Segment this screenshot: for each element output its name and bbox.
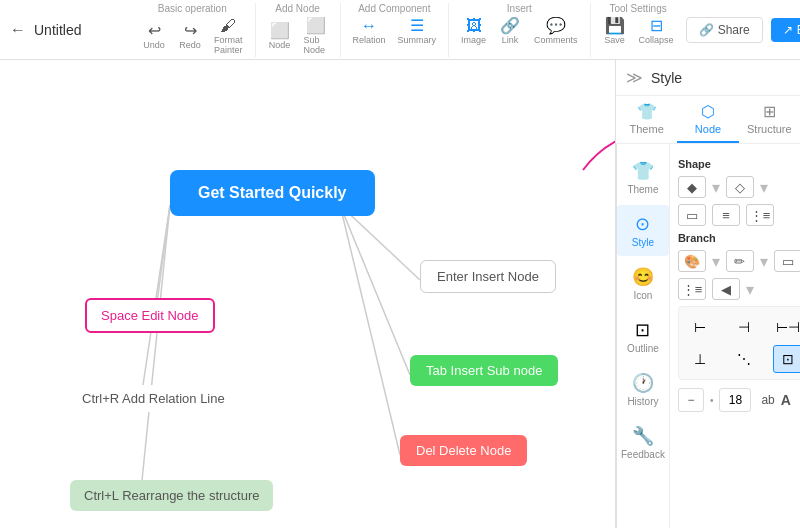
right-node-1-text: Enter Insert Node bbox=[437, 269, 539, 284]
right-node-2[interactable]: Tab Insert Sub node bbox=[410, 355, 558, 386]
comments-button[interactable]: 💬 Comments bbox=[530, 16, 582, 47]
group-label-component: Add Component bbox=[358, 3, 430, 14]
branch-dot-1: ▾ bbox=[712, 252, 720, 271]
document-title[interactable]: Untitled bbox=[34, 22, 81, 38]
mindmap[interactable]: Get Started Quickly Enter Insert Node Ta… bbox=[0, 60, 615, 528]
structure-tab-label: Structure bbox=[747, 123, 792, 135]
image-icon: 🖼 bbox=[466, 18, 482, 34]
left-node-1[interactable]: Space Edit Node bbox=[85, 298, 215, 333]
undo-button[interactable]: ↩ Undo bbox=[138, 21, 170, 52]
history-side-icon: 🕐 bbox=[632, 372, 654, 394]
redo-label: Redo bbox=[179, 40, 201, 50]
left-node-3[interactable]: Ctrl+L Rearrange the structure bbox=[70, 480, 273, 511]
collapse-button[interactable]: ⊟ Collapse bbox=[635, 16, 678, 47]
font-icon: A bbox=[781, 392, 791, 408]
shape-fill-btn[interactable]: ◆ bbox=[678, 176, 706, 198]
branch-row-2: ⋮≡ ◀ ▾ bbox=[678, 278, 800, 300]
branch-pen-btn[interactable]: ✏ bbox=[726, 250, 754, 272]
export-button[interactable]: ↗ Export bbox=[771, 18, 800, 42]
shape-section-title: Shape bbox=[678, 158, 800, 170]
svg-line-2 bbox=[340, 205, 400, 455]
center-node-text: Get Started Quickly bbox=[198, 184, 347, 202]
side-item-feedback[interactable]: 🔧 Feedback bbox=[617, 417, 669, 468]
branch-layout-5[interactable]: ⊥ bbox=[685, 345, 715, 373]
back-button[interactable]: ← bbox=[10, 21, 26, 39]
save-button[interactable]: 💾 Save bbox=[599, 16, 631, 47]
shape-align-btn[interactable]: ⋮≡ bbox=[746, 204, 774, 226]
toolbar-group-component: Add Component ↔ Relation ☰ Summary bbox=[341, 3, 450, 57]
toolbar-left: ← Untitled bbox=[10, 21, 130, 39]
save-label: Save bbox=[604, 35, 625, 45]
tab-theme[interactable]: 👕 Theme bbox=[616, 96, 677, 143]
shape-row-1: ◆ ▾ ◇ ▾ bbox=[678, 176, 800, 198]
side-item-outline[interactable]: ⊡ Outline bbox=[617, 311, 669, 362]
svg-line-0 bbox=[340, 205, 420, 280]
branch-layout-7[interactable]: ⊡ bbox=[773, 345, 800, 373]
canvas-area: Get Started Quickly Enter Insert Node Ta… bbox=[0, 60, 800, 528]
left-node-1-text: Space Edit Node bbox=[101, 308, 199, 323]
svg-line-1 bbox=[340, 205, 410, 375]
branch-layout-1[interactable]: ⊢ bbox=[685, 313, 715, 341]
branch-layout-6[interactable]: ⋱ bbox=[729, 345, 759, 373]
font-size-input[interactable] bbox=[719, 388, 751, 412]
link-button[interactable]: 🔗 Link bbox=[494, 16, 526, 47]
relation-label: Relation bbox=[353, 35, 386, 45]
undo-icon: ↩ bbox=[148, 23, 161, 39]
save-icon: 💾 bbox=[605, 18, 625, 34]
theme-tab-label: Theme bbox=[630, 123, 664, 135]
group-items-insert: 🖼 Image 🔗 Link 💬 Comments bbox=[457, 16, 582, 47]
branch-color-btn[interactable]: 🎨 bbox=[678, 250, 706, 272]
side-item-style[interactable]: ⊙ Style bbox=[617, 205, 669, 256]
right-node-2-text: Tab Insert Sub node bbox=[426, 363, 542, 378]
font-row: − • ab A bbox=[678, 388, 800, 412]
redo-button[interactable]: ↪ Redo bbox=[174, 21, 206, 52]
panel-expand-button[interactable]: ≫ bbox=[626, 68, 643, 87]
branch-row-1: 🎨 ▾ ✏ ▾ ▭ ▾ ≡ ▾ bbox=[678, 250, 800, 272]
summary-button[interactable]: ☰ Summary bbox=[394, 16, 441, 47]
branch-arrow-left-btn[interactable]: ◀ bbox=[712, 278, 740, 300]
link-icon: 🔗 bbox=[500, 18, 520, 34]
font-decrease-btn[interactable]: − bbox=[678, 388, 704, 412]
group-items-addnode: ⬜ Node ⬜ Sub Node bbox=[264, 16, 332, 57]
shape-outline-btn[interactable]: ◇ bbox=[726, 176, 754, 198]
side-item-theme[interactable]: 👕 Theme bbox=[617, 152, 669, 203]
format-painter-button[interactable]: 🖌 Format Painter bbox=[210, 16, 247, 57]
shape-lines-btn[interactable]: ≡ bbox=[712, 204, 740, 226]
group-items-basic: ↩ Undo ↪ Redo 🖌 Format Painter bbox=[138, 16, 247, 57]
branch-dot-5: ▾ bbox=[746, 280, 754, 299]
branch-align-left-btn[interactable]: ⋮≡ bbox=[678, 278, 706, 300]
left-node-2-text: Ctrl+R Add Relation Line bbox=[82, 391, 225, 406]
branch-layout-3[interactable]: ⊢⊣ bbox=[773, 313, 800, 341]
node-button[interactable]: ⬜ Node bbox=[264, 21, 296, 52]
shape-rect-btn[interactable]: ▭ bbox=[678, 204, 706, 226]
image-label: Image bbox=[461, 35, 486, 45]
branch-layout-2[interactable]: ⊣ bbox=[729, 313, 759, 341]
side-item-history[interactable]: 🕐 History bbox=[617, 364, 669, 415]
node-icon: ⬜ bbox=[270, 23, 290, 39]
feedback-side-label: Feedback bbox=[621, 449, 665, 460]
icon-side-label: Icon bbox=[634, 290, 653, 301]
subnode-button[interactable]: ⬜ Sub Node bbox=[300, 16, 332, 57]
icon-side-icon: 😊 bbox=[632, 266, 654, 288]
toolbar: ← Untitled Basic operation ↩ Undo ↪ Redo… bbox=[0, 0, 800, 60]
summary-label: Summary bbox=[398, 35, 437, 45]
tab-structure[interactable]: ⊞ Structure bbox=[739, 96, 800, 143]
history-side-label: History bbox=[627, 396, 658, 407]
theme-side-label: Theme bbox=[627, 184, 658, 195]
branch-rect-btn[interactable]: ▭ bbox=[774, 250, 800, 272]
center-node[interactable]: Get Started Quickly bbox=[170, 170, 375, 216]
image-button[interactable]: 🖼 Image bbox=[457, 16, 490, 47]
left-node-2[interactable]: Ctrl+R Add Relation Line bbox=[70, 385, 237, 412]
side-item-icon[interactable]: 😊 Icon bbox=[617, 258, 669, 309]
tab-node[interactable]: ⬡ Node bbox=[677, 96, 738, 143]
theme-side-icon: 👕 bbox=[632, 160, 654, 182]
right-node-3[interactable]: Del Delete Node bbox=[400, 435, 527, 466]
node-tab-label: Node bbox=[695, 123, 721, 135]
relation-button[interactable]: ↔ Relation bbox=[349, 16, 390, 47]
shape-dot-1: ▾ bbox=[712, 178, 720, 197]
right-node-1[interactable]: Enter Insert Node bbox=[420, 260, 556, 293]
relation-icon: ↔ bbox=[361, 18, 377, 34]
group-items-tools: 💾 Save ⊟ Collapse bbox=[599, 16, 678, 47]
panel-content: Shape ◆ ▾ ◇ ▾ ▭ ≡ ⋮≡ Branch bbox=[670, 144, 800, 528]
share-button[interactable]: 🔗 Share bbox=[686, 17, 763, 43]
